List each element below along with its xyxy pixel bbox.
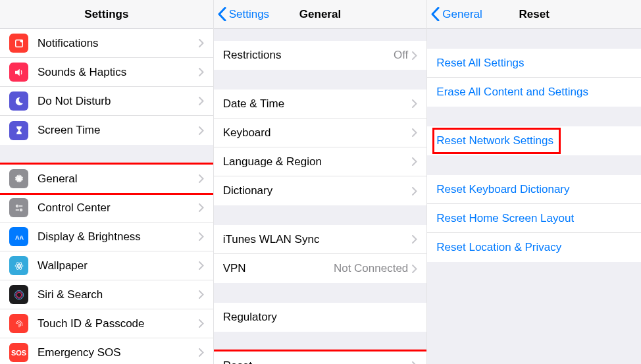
row-reset-keyboard-dict[interactable]: Reset Keyboard Dictionary: [427, 175, 641, 204]
navbar-settings: Settings: [0, 0, 213, 29]
general-pane: Settings General Restrictions Off Date &…: [214, 0, 428, 364]
row-siri-search[interactable]: Siri & Search: [0, 280, 213, 309]
row-vpn[interactable]: VPN Not Connected: [214, 254, 427, 283]
row-date-time[interactable]: Date & Time: [214, 90, 427, 118]
row-do-not-disturb[interactable]: Do Not Disturb: [0, 87, 213, 116]
row-label: Reset Keyboard Dictionary: [436, 183, 632, 196]
chevron-right-icon: [199, 39, 204, 47]
row-itunes-wlan[interactable]: iTunes WLAN Sync: [214, 225, 427, 254]
svg-point-1: [20, 39, 23, 43]
row-label: Erase All Content and Settings: [436, 86, 632, 99]
wallpaper-icon: [9, 256, 28, 275]
chevron-right-icon: [412, 99, 417, 108]
row-reset-home-layout[interactable]: Reset Home Screen Layout: [427, 204, 641, 233]
row-reset-network[interactable]: Reset Network Settings: [427, 126, 641, 155]
row-label: Control Center: [38, 201, 199, 215]
row-label: Language & Region: [223, 155, 413, 169]
row-sounds-haptics[interactable]: Sounds & Haptics: [0, 58, 213, 87]
chevron-right-icon: [412, 265, 417, 273]
row-reset-all-settings[interactable]: Reset All Settings: [427, 49, 641, 78]
row-display-brightness[interactable]: AA Display & Brightness: [0, 222, 213, 251]
row-keyboard[interactable]: Keyboard: [214, 118, 427, 147]
chevron-right-icon: [199, 261, 204, 270]
chevron-right-icon: [199, 290, 204, 299]
chevron-right-icon: [412, 187, 417, 195]
sounds-icon: [9, 63, 28, 82]
row-control-center[interactable]: Control Center: [0, 194, 213, 222]
chevron-right-icon: [412, 128, 417, 137]
row-screen-time[interactable]: Screen Time: [0, 116, 213, 145]
row-label: Reset Location & Privacy: [436, 241, 632, 254]
chevron-right-icon: [199, 126, 204, 135]
row-label: Sounds & Haptics: [38, 66, 199, 79]
row-dictionary[interactable]: Dictionary: [214, 176, 427, 205]
chevron-right-icon: [412, 235, 417, 244]
row-label: Date & Time: [223, 97, 413, 111]
row-wallpaper[interactable]: Wallpaper: [0, 251, 213, 280]
chevron-left-icon: [431, 7, 440, 21]
svg-point-12: [14, 290, 24, 299]
hourglass-icon: [9, 121, 28, 140]
fingerprint-icon: [9, 314, 28, 333]
row-label: Screen Time: [38, 124, 199, 137]
row-label: Siri & Search: [38, 288, 199, 301]
row-label: iTunes WLAN Sync: [223, 233, 413, 246]
row-language-region[interactable]: Language & Region: [214, 147, 427, 176]
row-label: Regulatory: [223, 311, 418, 324]
row-label: Keyboard: [223, 126, 413, 140]
row-notifications[interactable]: Notifications: [0, 29, 213, 58]
chevron-right-icon: [199, 174, 204, 183]
row-label: Reset: [223, 359, 413, 365]
row-label: Touch ID & Passcode: [38, 317, 199, 330]
siri-icon: [9, 285, 28, 304]
chevron-right-icon: [199, 203, 204, 212]
chevron-right-icon: [199, 232, 204, 241]
row-detail: Not Connected: [334, 262, 408, 275]
row-label: Emergency SOS: [38, 346, 199, 359]
moon-icon: [9, 91, 28, 111]
row-label: Reset Home Screen Layout: [436, 212, 632, 225]
reset-list[interactable]: Reset All Settings Erase All Content and…: [427, 29, 641, 364]
row-restrictions[interactable]: Restrictions Off: [214, 41, 427, 70]
svg-point-8: [18, 265, 20, 267]
display-icon: AA: [9, 227, 28, 246]
row-label: Do Not Disturb: [38, 95, 199, 108]
svg-point-5: [20, 209, 22, 211]
row-label: VPN: [223, 262, 334, 275]
back-to-general[interactable]: General: [427, 7, 482, 21]
control-center-icon: [9, 198, 28, 217]
back-label: General: [442, 8, 482, 21]
row-erase-all[interactable]: Erase All Content and Settings: [427, 78, 641, 107]
navbar-general: Settings General: [214, 0, 427, 29]
chevron-right-icon: [199, 68, 204, 76]
svg-text:AA: AA: [15, 234, 24, 240]
svg-point-13: [16, 292, 22, 298]
row-label: Display & Brightness: [38, 230, 199, 244]
gear-icon: [9, 169, 28, 188]
chevron-right-icon: [199, 348, 204, 357]
reset-pane: General Reset Reset All Settings Erase A…: [427, 0, 641, 364]
back-label: Settings: [229, 8, 269, 21]
row-touch-id-passcode[interactable]: Touch ID & Passcode: [0, 309, 213, 338]
row-reset-location-privacy[interactable]: Reset Location & Privacy: [427, 233, 641, 262]
row-label: Notifications: [38, 37, 199, 50]
row-reset[interactable]: Reset: [214, 351, 427, 364]
row-emergency-sos[interactable]: SOS Emergency SOS: [0, 338, 213, 364]
row-label: Reset All Settings: [436, 57, 632, 70]
row-label: Wallpaper: [38, 259, 199, 273]
row-regulatory[interactable]: Regulatory: [214, 303, 427, 332]
general-list[interactable]: Restrictions Off Date & Time Keyboard La…: [214, 29, 427, 364]
sos-icon: SOS: [9, 343, 28, 362]
row-label: General: [38, 172, 199, 186]
chevron-left-icon: [218, 7, 226, 21]
row-label: Reset Network Settings: [436, 134, 632, 147]
navbar-reset: General Reset: [427, 0, 641, 29]
back-to-settings[interactable]: Settings: [214, 7, 269, 21]
chevron-right-icon: [412, 361, 417, 364]
nav-title: Settings: [0, 8, 213, 21]
row-general[interactable]: General: [0, 165, 213, 194]
settings-list[interactable]: Notifications Sounds & Haptics Do Not Di…: [0, 29, 213, 364]
row-label: Restrictions: [223, 49, 394, 62]
svg-point-3: [16, 205, 18, 207]
chevron-right-icon: [412, 51, 417, 60]
